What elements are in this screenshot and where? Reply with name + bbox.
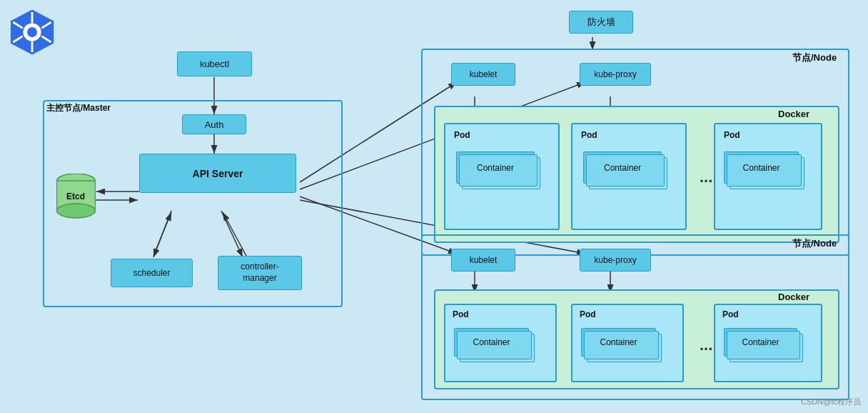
node1-pod1-box: Pod Container — [444, 123, 560, 230]
node2-label: 节点/Node — [792, 237, 837, 250]
kubernetes-logo — [7, 7, 57, 57]
node2-pod3-container-label: Container — [742, 337, 779, 347]
node2-kubelet-box: kubelet — [451, 249, 515, 272]
node2-dots: ... — [700, 336, 712, 354]
node1-kube-proxy-box: kube-proxy — [580, 63, 651, 86]
node1-pod3-container: Container — [724, 151, 799, 184]
node1-pod3-box: Pod Container — [714, 123, 822, 230]
node2-pod2-container-label: Container — [600, 337, 637, 347]
node2-kubelet-label: kubelet — [470, 255, 498, 265]
api-server-box: API Server — [139, 154, 296, 193]
node1-pod2-label: Pod — [581, 130, 597, 140]
kubectl-box: kubectl — [177, 51, 252, 76]
svg-point-35 — [56, 204, 95, 218]
node2-pod2-container: Container — [581, 328, 656, 357]
node2-kube-proxy-box: kube-proxy — [580, 249, 651, 272]
node2-pod1-label: Pod — [453, 309, 469, 319]
auth-box: Auth — [182, 114, 246, 134]
node1-pod3-container-label: Container — [742, 163, 779, 173]
svg-point-32 — [27, 27, 37, 37]
node2-pod3-label: Pod — [722, 309, 739, 319]
node1-docker-label: Docker — [778, 109, 809, 119]
node2-pod1-container: Container — [454, 328, 529, 357]
node1-dots: ... — [700, 168, 712, 186]
controller-manager-label: controller-manager — [241, 262, 278, 284]
etcd-label: Etcd — [54, 191, 98, 201]
node1-kubelet-box: kubelet — [451, 63, 515, 86]
master-region-label: 主控节点/Master — [46, 102, 111, 114]
firewall-label: 防火墙 — [587, 16, 615, 29]
node1-label: 节点/Node — [792, 51, 837, 64]
node2-kube-proxy-label: kube-proxy — [594, 255, 636, 265]
scheduler-box: scheduler — [111, 259, 193, 287]
auth-label: Auth — [205, 119, 224, 130]
node2-pod1-container-label: Container — [473, 337, 510, 347]
node1-pod1-label: Pod — [454, 130, 470, 140]
node2-pod1-box: Pod Container — [444, 304, 557, 382]
controller-manager-box: controller-manager — [218, 256, 302, 290]
firewall-box: 防火墙 — [569, 11, 633, 34]
node1-kubelet-label: kubelet — [470, 69, 498, 79]
watermark: CSDN@tc程序员 — [801, 397, 861, 407]
scheduler-label: scheduler — [133, 268, 170, 278]
api-server-label: API Server — [193, 168, 243, 179]
node1-pod3-label: Pod — [724, 130, 740, 140]
node2-pod2-box: Pod Container — [571, 304, 684, 382]
node2-pod2-label: Pod — [580, 309, 596, 319]
node1-pod2-box: Pod Container — [571, 123, 687, 230]
node2-docker-label: Docker — [778, 292, 809, 302]
node1-pod2-container: Container — [583, 151, 662, 184]
node2-pod3-container: Container — [724, 328, 797, 357]
node1-kube-proxy-label: kube-proxy — [594, 69, 636, 79]
node1-pod1-container-label: Container — [477, 163, 514, 173]
etcd-box: Etcd — [54, 171, 98, 222]
node1-pod1-container: Container — [456, 151, 535, 184]
diagram: kubectl 主控节点/Master Auth API Server Etcd… — [0, 0, 868, 413]
kubectl-label: kubectl — [200, 59, 229, 69]
node2-pod3-box: Pod Container — [714, 304, 822, 382]
node1-pod2-container-label: Container — [604, 163, 641, 173]
